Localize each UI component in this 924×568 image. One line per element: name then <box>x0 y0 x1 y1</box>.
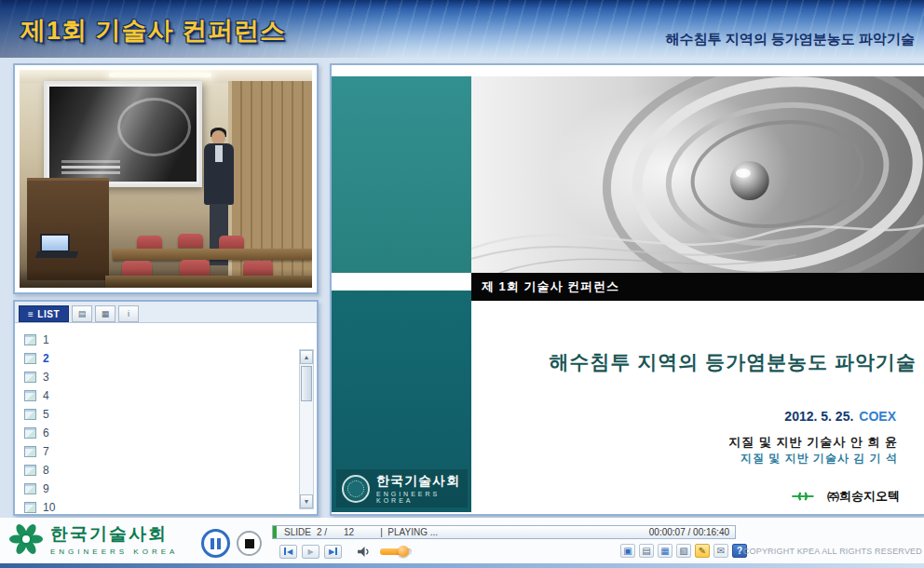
layout-icon[interactable]: ▧ <box>676 544 691 558</box>
time-display: 00:00:07 / 00:16:40 <box>649 527 729 537</box>
venue: COEX <box>859 409 896 424</box>
tab-note[interactable]: ▤ <box>72 305 92 322</box>
projected-ring-graphic <box>117 98 191 156</box>
list-item[interactable]: 8 <box>24 461 317 480</box>
page-title: 제1회 기술사 컨퍼런스 <box>20 14 286 47</box>
chair <box>219 236 244 250</box>
grid-icon[interactable]: ▦ <box>658 544 673 558</box>
list-item[interactable]: 6 <box>24 424 317 442</box>
volume-icon[interactable] <box>358 546 372 558</box>
list-icon: ≡ <box>28 309 34 319</box>
play-button[interactable]: ▶ <box>302 545 319 559</box>
ceiling-light <box>109 73 211 77</box>
scroll-down-icon[interactable]: ▼ <box>300 494 313 508</box>
slide-total: 12 <box>344 527 354 537</box>
slide-doc-icon <box>24 390 36 401</box>
slide-artwork <box>471 76 924 273</box>
org-subtitle: ENGINEERS KOREA <box>376 491 462 504</box>
note-icon[interactable]: ✎ <box>695 544 710 558</box>
conference-table <box>113 249 312 260</box>
slide-doc-icon <box>24 372 36 383</box>
abstract-glass-graphic <box>471 76 924 273</box>
player-window: 제1회 기술사 컨퍼런스 해수침투 지역의 등가염분농도 파악기술 <box>0 0 924 568</box>
list-item[interactable]: 2 <box>24 349 317 368</box>
volume-slider[interactable] <box>380 548 412 555</box>
projected-slide <box>49 87 197 182</box>
slide-content: 해수침투 지역의 등가염분농도 파악기술 2012. 5. 25.COEX 지질… <box>471 301 924 514</box>
thumbnails-icon: ▦ <box>102 309 110 318</box>
company-name: ㈜희송지오텍 <box>827 488 900 505</box>
scrollbar-thumb[interactable] <box>301 366 312 401</box>
slide-teal-block-top <box>332 76 471 273</box>
author-secondary: 지질 및 지반 기술사 김 기 석 <box>741 451 898 467</box>
lecture-subtitle: 해수침투 지역의 등가염분농도 파악기술 <box>665 31 915 48</box>
slide-title: 해수침투 지역의 등가염분농도 파악기술 <box>549 349 917 375</box>
screen-icon[interactable]: ▣ <box>620 544 635 558</box>
org-name: 한국기술사회 <box>376 473 462 490</box>
header: 제1회 기술사 컨퍼런스 해수침투 지역의 등가염분농도 파악기술 <box>0 0 924 58</box>
slide-label: SLIDE <box>284 527 311 537</box>
slide-doc-icon <box>24 334 36 345</box>
mail-icon[interactable]: ✉ <box>713 544 728 558</box>
tab-list-label: LIST <box>37 309 60 319</box>
projection-screen <box>44 81 202 187</box>
org-branding: 한국기술사회 ENGINEERS KOREA <box>336 469 468 507</box>
capture-icon[interactable]: ▤ <box>639 544 654 558</box>
scroll-up-icon[interactable]: ▲ <box>300 350 313 364</box>
slide-doc-icon <box>24 446 36 457</box>
list-item[interactable]: 3 <box>24 368 317 386</box>
bottom-frame <box>0 563 924 568</box>
slide-doc-icon <box>24 353 36 364</box>
chair <box>178 234 203 248</box>
next-slide-button[interactable]: ▶ <box>324 545 342 559</box>
author-primary: 지질 및 지반 기술사 안 희 윤 <box>728 434 898 451</box>
copyright-text: COPYRIGHT KPEA ALL RIGHTS RESERVED <box>743 547 922 556</box>
play-state: | PLAYING ... <box>380 527 438 537</box>
brand-name: 한국기술사회 <box>50 522 178 547</box>
stop-button[interactable] <box>237 531 262 556</box>
tab-info[interactable]: i <box>118 305 139 322</box>
list-tabs: ≡ LIST ▤ ▦ i <box>15 302 317 323</box>
note-icon: ▤ <box>78 309 87 318</box>
kpea-logo-icon <box>9 522 43 556</box>
brand-subtitle: ENGINEERS KOREA <box>50 548 178 556</box>
slide-viewer: 제 1회 기술사 컨퍼런스 한국기술사회 ENGINEERS KOREA 해수침… <box>330 63 924 516</box>
list-item[interactable]: 10 <box>24 498 317 517</box>
pause-button[interactable] <box>201 529 230 558</box>
slide-list: 12345678910 <box>15 324 317 517</box>
podium <box>27 178 109 280</box>
company-branding: ㈜희송지오텍 <box>790 488 900 505</box>
list-item[interactable]: 1 <box>24 331 317 349</box>
list-panel: ≡ LIST ▤ ▦ i 12345678910 ▲ ▼ <box>13 300 319 516</box>
slide-doc-icon <box>24 409 36 420</box>
laptop <box>36 234 77 262</box>
utility-icons: ▣▤▦▧✎✉? <box>620 544 747 558</box>
list-item[interactable]: 7 <box>24 442 317 461</box>
slide-list-body: 12345678910 ▲ ▼ <box>15 324 317 514</box>
prev-slide-button[interactable]: ◀ <box>279 545 297 559</box>
status-bar: SLIDE 2 / 12 | PLAYING ... 00:00:07 / 00… <box>272 525 736 539</box>
info-icon: i <box>128 309 129 318</box>
slide-doc-icon <box>24 483 36 494</box>
floor-shadow <box>20 269 312 288</box>
volume-knob[interactable] <box>398 546 409 557</box>
tab-list[interactable]: ≡ LIST <box>19 305 69 322</box>
kpea-brand: 한국기술사회 ENGINEERS KOREA <box>9 522 178 556</box>
slide-doc-icon <box>24 502 36 513</box>
list-item[interactable]: 9 <box>24 480 317 498</box>
list-item[interactable]: 4 <box>24 386 317 405</box>
stop-icon <box>245 539 254 548</box>
transport-controls: ◀ ▶ ▶ <box>279 543 412 560</box>
list-item[interactable]: 5 <box>24 405 317 424</box>
slide-doc-icon <box>24 465 36 476</box>
projected-text-lines <box>61 166 120 169</box>
player-footer: 한국기술사회 ENGINEERS KOREA SLIDE 2 / 12 | PL… <box>0 518 924 563</box>
video-panel <box>13 63 319 294</box>
slide-band-title: 제 1회 기술사 컨퍼런스 <box>471 273 924 301</box>
tab-thumbnails[interactable]: ▦ <box>95 305 116 322</box>
buffer-indicator <box>273 526 277 538</box>
slide-teal-block-bottom: 한국기술사회 ENGINEERS KOREA <box>332 291 471 512</box>
list-scrollbar[interactable]: ▲ ▼ <box>299 349 314 509</box>
company-logo-icon <box>790 489 822 504</box>
kpea-seal-icon <box>342 475 370 503</box>
